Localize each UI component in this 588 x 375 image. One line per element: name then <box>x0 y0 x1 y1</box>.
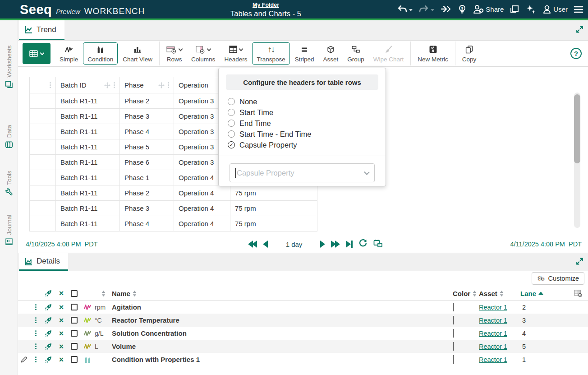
worksheets-panel-icon[interactable] <box>510 5 519 14</box>
name-column-header[interactable]: Name <box>112 290 130 297</box>
step-to-now-icon[interactable] <box>346 241 353 248</box>
sidebar-item-worksheets[interactable]: Worksheets <box>0 27 18 106</box>
refresh-icon[interactable] <box>359 239 367 249</box>
sidebar-item-journal[interactable]: Journal <box>0 208 18 253</box>
step-back-half-icon[interactable] <box>263 241 268 248</box>
transpose-button[interactable]: ↑↓ Transpose <box>252 42 289 65</box>
rocket-column-icon[interactable] <box>41 290 55 297</box>
item-name[interactable]: Reactor Temperature <box>112 316 453 324</box>
expand-details-icon[interactable] <box>576 257 583 267</box>
help-button[interactable]: ? <box>570 48 582 59</box>
undo-caret-icon[interactable] <box>409 9 413 11</box>
color-column-header[interactable]: Color <box>453 290 470 297</box>
details-row[interactable]: × °C Reactor Temperature Reactor 1 3 <box>18 314 588 327</box>
sidebar-item-data[interactable]: Data <box>0 113 18 160</box>
radio-icon[interactable] <box>228 120 235 127</box>
share-button[interactable]: Share <box>473 5 504 14</box>
striped-button[interactable]: Striped <box>291 42 318 65</box>
radio-icon[interactable] <box>228 130 235 138</box>
edit-pencil-icon[interactable] <box>18 356 30 363</box>
details-row[interactable]: × rpm Agitation Reactor 1 2 <box>18 301 588 314</box>
row-menu-icon[interactable] <box>35 304 37 310</box>
remove-icon[interactable]: × <box>55 356 68 364</box>
remove-column-icon[interactable]: × <box>55 289 68 297</box>
column-menu-icon[interactable] <box>168 82 169 88</box>
hamburger-menu-icon[interactable] <box>574 5 583 14</box>
radio-option-none[interactable]: None <box>228 96 378 107</box>
rocket-icon[interactable] <box>41 317 55 324</box>
asset-column-header[interactable]: Asset <box>479 290 497 297</box>
simple-table-button[interactable]: Simple <box>55 42 82 65</box>
asset-link[interactable]: Reactor 1 <box>479 356 507 363</box>
rocket-icon[interactable] <box>41 343 55 350</box>
asset-button[interactable]: Asset <box>319 42 342 65</box>
table-row[interactable]: Batch R1-11Phase 4Operation 475 rpm <box>30 216 317 231</box>
asset-link[interactable]: Reactor 1 <box>479 330 507 337</box>
item-name[interactable]: Condition with Properties 1 <box>112 356 453 363</box>
radio-icon[interactable] <box>228 98 235 105</box>
lane-column-header[interactable]: Lane <box>520 290 536 297</box>
remove-icon[interactable]: × <box>55 329 68 338</box>
row-menu-icon[interactable] <box>35 330 37 336</box>
sort-name-icon[interactable] <box>133 291 137 296</box>
radio-checked-icon[interactable]: ✓ <box>228 141 235 148</box>
rocket-icon[interactable] <box>41 356 55 363</box>
header-cell-batch-id[interactable]: Batch ID <box>56 77 120 93</box>
color-swatch[interactable] <box>453 316 454 324</box>
column-menu-icon[interactable] <box>50 82 51 88</box>
copy-button[interactable]: Copy <box>458 42 481 65</box>
vertical-scrollbar[interactable] <box>574 93 580 228</box>
condition-table-button[interactable]: Condition <box>83 42 118 65</box>
row-menu-icon[interactable] <box>35 343 37 349</box>
row-menu-icon[interactable] <box>35 356 37 362</box>
chart-view-button[interactable]: Chart View <box>119 42 156 65</box>
rocket-icon[interactable] <box>41 304 55 311</box>
range-start[interactable]: 4/10/2025 4:08 PM PDT <box>26 241 98 248</box>
sort-lane-ascending-icon[interactable] <box>538 292 543 295</box>
breadcrumb[interactable]: My Folder <box>253 2 279 8</box>
row-menu-icon[interactable] <box>35 317 37 323</box>
table-view-dropdown-button[interactable] <box>23 43 51 64</box>
row-checkbox[interactable] <box>71 343 78 350</box>
details-row[interactable]: × L Volume Reactor 1 5 <box>18 340 588 353</box>
row-checkbox[interactable] <box>71 304 78 310</box>
customize-button[interactable]: ⚙⚙ Customize <box>532 272 584 285</box>
row-checkbox[interactable] <box>71 356 78 363</box>
item-name[interactable]: Agitation <box>112 303 453 311</box>
radio-option-start-time[interactable]: Start Time <box>228 107 378 118</box>
move-column-icon[interactable] <box>104 82 110 88</box>
redo-button[interactable] <box>418 5 434 14</box>
duration-label[interactable]: 1 day <box>286 241 303 248</box>
asset-link[interactable]: Reactor 1 <box>479 317 507 324</box>
ideas-lightbulb-icon[interactable]: $ <box>458 5 467 14</box>
step-forward-full-icon[interactable] <box>331 241 340 248</box>
header-cell-phase[interactable]: Phase <box>120 77 174 93</box>
fast-forward-icon[interactable] <box>440 5 452 14</box>
remove-icon[interactable]: × <box>55 316 68 324</box>
auto-update-icon[interactable] <box>373 239 383 250</box>
column-menu-icon[interactable] <box>114 82 115 88</box>
add-column-icon[interactable] <box>568 290 588 297</box>
sort-unit-icon[interactable] <box>95 291 112 296</box>
group-button[interactable]: Group <box>343 42 368 65</box>
row-checkbox[interactable] <box>71 330 78 337</box>
asset-link[interactable]: Reactor 1 <box>479 343 507 350</box>
headers-button[interactable]: Headers <box>220 42 251 65</box>
expand-trend-icon[interactable] <box>576 26 583 35</box>
radio-option-capsule-property[interactable]: ✓Capsule Property <box>228 139 378 150</box>
step-back-full-icon[interactable] <box>248 241 257 248</box>
remove-icon[interactable]: × <box>55 303 68 311</box>
ai-sparkles-icon[interactable] <box>525 4 536 15</box>
radio-option-end-time[interactable]: End Time <box>228 118 378 129</box>
table-row[interactable]: Batch R1-11Phase 2Operation 475 rpm <box>30 185 317 201</box>
color-swatch[interactable] <box>453 329 454 338</box>
sidebar-item-tools[interactable]: Tools <box>0 162 18 204</box>
details-row[interactable]: × Condition with Properties 1 Reactor 1 … <box>18 353 588 366</box>
item-name[interactable]: Solution Concentration <box>112 329 453 337</box>
undo-button[interactable] <box>397 5 413 14</box>
asset-link[interactable]: Reactor 1 <box>479 304 507 311</box>
tab-details[interactable]: Details <box>19 253 68 271</box>
color-swatch[interactable] <box>453 355 454 364</box>
rocket-icon[interactable] <box>41 330 55 337</box>
columns-button[interactable]: Columns <box>187 42 219 65</box>
